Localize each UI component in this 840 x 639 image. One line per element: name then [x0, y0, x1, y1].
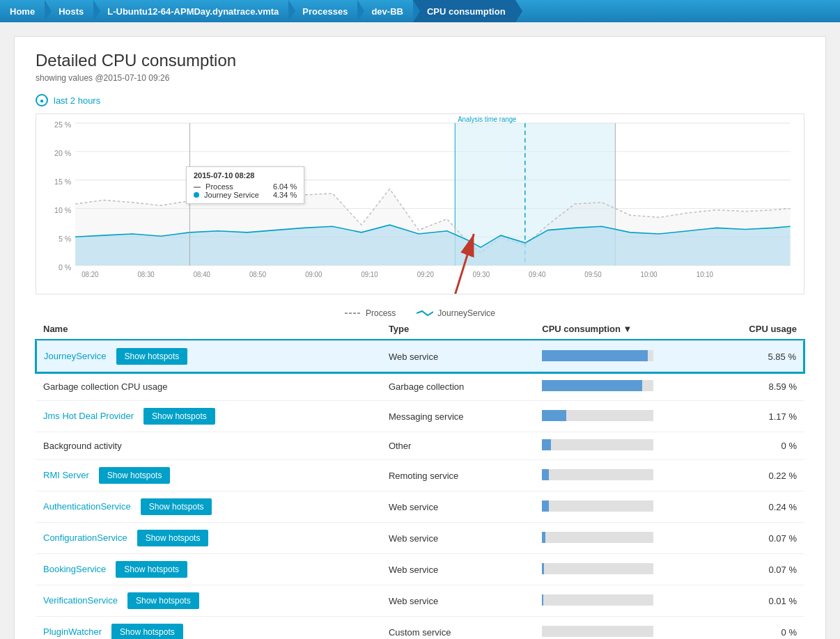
show-hotspots-button[interactable]: Show hotspots	[116, 561, 187, 578]
cpu-bar-fill	[542, 439, 551, 450]
main-content: Detailed CPU consumption showing values …	[14, 36, 826, 639]
svg-text:0 %: 0 %	[59, 262, 71, 271]
show-hotspots-button[interactable]: Show hotspots	[143, 408, 215, 425]
table-row: Jms Hot Deal ProviderShow hotspotsMessag…	[36, 401, 804, 432]
table-row: PluginWatcherShow hotspotsCustom service…	[36, 617, 804, 640]
cpu-bar-fill	[542, 380, 642, 391]
breadcrumb-devbb[interactable]: dev-BB	[357, 0, 413, 22]
table-row: BookingServiceShow hotspotsWeb service0.…	[36, 554, 804, 585]
cell-cpu-bar	[535, 340, 703, 372]
service-link[interactable]: ConfigurationService	[43, 532, 127, 543]
cell-cpu-bar	[535, 432, 703, 460]
legend-process-label: Process	[366, 308, 396, 318]
show-hotspots-button[interactable]: Show hotspots	[127, 592, 199, 609]
cell-cpu-bar	[535, 460, 703, 491]
cell-name: VerificationServiceShow hotspots	[36, 585, 382, 617]
cpu-bar-fill	[542, 469, 549, 480]
journey-legend-icon	[417, 309, 433, 317]
table-body: JourneyServiceShow hotspotsWeb service5.…	[36, 340, 804, 639]
cell-cpu-bar	[535, 585, 703, 617]
svg-text:10:00: 10:00	[641, 271, 658, 279]
cell-cpu-usage: 5.85 %	[704, 340, 804, 372]
cpu-bar-container	[542, 350, 653, 361]
cell-cpu-bar	[535, 523, 703, 554]
cell-type: Web service	[382, 585, 535, 617]
legend-journey: JourneyService	[417, 308, 495, 318]
breadcrumb-hosts[interactable]: Hosts	[45, 0, 93, 22]
cell-name: RMI ServerShow hotspots	[36, 460, 382, 491]
cell-type: Custom service	[382, 617, 535, 640]
cell-name: PluginWatcherShow hotspots	[36, 617, 382, 640]
cell-type: Web service	[382, 340, 535, 372]
breadcrumb-cpu[interactable]: CPU consumption	[413, 0, 515, 22]
service-link[interactable]: Jms Hot Deal Provider	[43, 411, 134, 421]
cpu-bar-container	[542, 594, 653, 606]
service-link[interactable]: PluginWatcher	[43, 626, 102, 637]
cell-type: Web service	[382, 523, 535, 554]
tooltip-date: 2015-07-10 08:28	[194, 171, 297, 180]
svg-text:Analysis time range: Analysis time range	[458, 115, 517, 123]
chart-legend: Process JourneyService	[36, 308, 804, 318]
show-hotspots-button[interactable]: Show hotspots	[116, 348, 188, 365]
time-range-selector[interactable]: ● last 2 hours	[36, 94, 804, 106]
cell-name: JourneyServiceShow hotspots	[36, 340, 382, 372]
cell-type: Web service	[382, 491, 535, 523]
cell-name: Garbage collection CPU usage	[36, 372, 382, 401]
cell-cpu-usage: 0.07 %	[704, 554, 804, 585]
tooltip-process-value: 6.04 %	[273, 182, 297, 191]
cpu-bar-container	[542, 410, 653, 421]
cell-name: Background activity	[36, 432, 382, 460]
time-range-label: last 2 hours	[54, 95, 100, 106]
col-header-cpu[interactable]: CPU consumption ▼	[535, 318, 703, 340]
svg-text:5 %: 5 %	[59, 234, 71, 243]
svg-text:08:40: 08:40	[194, 271, 210, 279]
tooltip-journey-value: 4.34 %	[273, 191, 297, 199]
show-hotspots-button[interactable]: Show hotspots	[141, 498, 212, 515]
page-title: Detailed CPU consumption	[36, 51, 804, 70]
cell-name: AuthenticationServiceShow hotspots	[36, 491, 382, 523]
col-header-name: Name	[36, 318, 382, 340]
cell-cpu-usage: 0.22 %	[704, 460, 804, 491]
cpu-bar-container	[542, 380, 653, 391]
svg-text:20 %: 20 %	[54, 149, 71, 158]
cell-name: BookingServiceShow hotspots	[36, 554, 382, 585]
service-link[interactable]: RMI Server	[43, 470, 89, 480]
service-link[interactable]: BookingService	[43, 564, 106, 574]
breadcrumb-home[interactable]: Home	[0, 0, 45, 22]
service-link[interactable]: AuthenticationService	[43, 501, 131, 512]
svg-text:25 %: 25 %	[54, 120, 71, 129]
cell-cpu-usage: 0 %	[704, 617, 804, 640]
breadcrumb-processes[interactable]: Processes	[288, 0, 357, 22]
svg-text:09:20: 09:20	[417, 271, 434, 279]
table-row: Background activityOther0 %	[36, 432, 804, 460]
cpu-bar-fill	[542, 410, 566, 421]
legend-process: Process	[345, 308, 396, 318]
cpu-bar-fill	[542, 532, 545, 543]
cpu-bar-container	[542, 563, 653, 574]
cell-cpu-bar	[535, 491, 703, 523]
cell-cpu-bar	[535, 372, 703, 401]
process-legend-icon	[345, 309, 361, 317]
table-header: Name Type CPU consumption ▼ CPU usage	[36, 318, 804, 340]
service-link[interactable]: VerificationService	[43, 595, 118, 606]
cell-cpu-usage: 8.59 %	[704, 372, 804, 401]
show-hotspots-button[interactable]: Show hotspots	[99, 467, 171, 484]
svg-text:09:50: 09:50	[584, 271, 601, 279]
service-link[interactable]: JourneyService	[44, 351, 107, 361]
cpu-bar-fill	[542, 594, 543, 606]
show-hotspots-button[interactable]: Show hotspots	[137, 530, 209, 546]
breadcrumb-host[interactable]: L-Ubuntu12-64-APMDay.dynatrace.vmta	[93, 0, 288, 22]
services-table: Name Type CPU consumption ▼ CPU usage Jo…	[36, 318, 804, 639]
clock-icon: ●	[36, 94, 48, 106]
svg-text:15 %: 15 %	[54, 178, 71, 187]
cpu-chart: 25 % 20 % 15 % 10 % 5 % 0 % Analysis tim…	[36, 113, 804, 294]
table-row: JourneyServiceShow hotspotsWeb service5.…	[36, 340, 804, 372]
cell-cpu-usage: 0 %	[704, 432, 804, 460]
table-row: VerificationServiceShow hotspotsWeb serv…	[36, 585, 804, 617]
show-hotspots-button[interactable]: Show hotspots	[111, 624, 183, 639]
svg-text:09:40: 09:40	[529, 271, 545, 279]
cell-name: ConfigurationServiceShow hotspots	[36, 523, 382, 554]
col-header-type: Type	[382, 318, 535, 340]
cpu-bar-fill	[542, 563, 544, 574]
tooltip-process-row: Process 6.04 %	[194, 182, 297, 191]
